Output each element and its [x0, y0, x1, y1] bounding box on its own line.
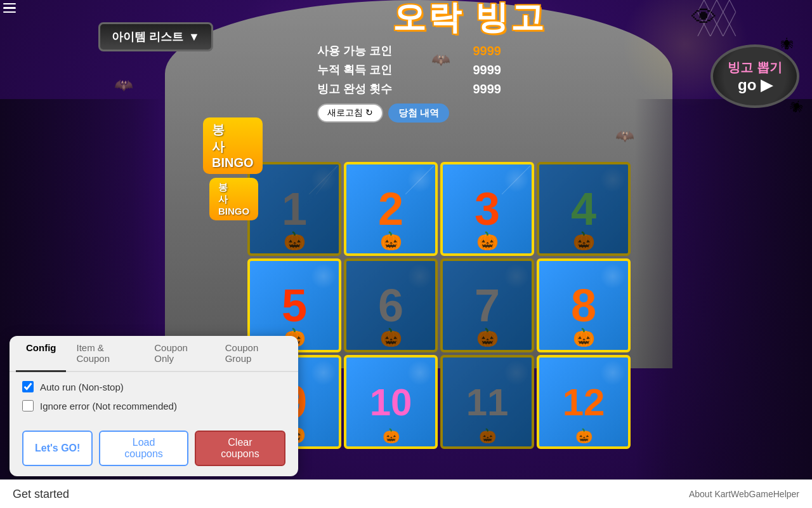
bottom-bar-title: Get started — [13, 488, 69, 501]
tab-coupon-only-label: Coupon Only — [154, 342, 188, 364]
coins-earned-label: 누적 획득 코인 — [317, 62, 392, 77]
spider-icon: 🕷 — [781, 37, 794, 52]
config-buttons: Let's GO! Load coupons Clear coupons — [10, 428, 298, 466]
card-number-8: 8 — [571, 279, 596, 331]
bingo-go-label: go ▶ — [738, 76, 772, 94]
eye-decoration: 👁 — [691, 3, 717, 32]
bingo-draw-label: 빙고 뽑기 — [728, 59, 782, 76]
tab-config[interactable]: Config — [16, 336, 66, 372]
card-number-1: 1 — [282, 183, 307, 235]
history-button[interactable]: 당첨 내역 — [388, 104, 449, 123]
load-coupons-label: Load coupons — [124, 437, 163, 459]
card-number-10: 10 — [370, 380, 412, 424]
config-panel: Config Item & Coupon Coupon Only Coupon … — [10, 336, 298, 476]
coins-earned-value: 9999 — [473, 63, 502, 77]
bingo-card-10[interactable]: 10 🎃 — [344, 355, 438, 449]
auto-run-label: Auto run (Non-stop) — [40, 382, 124, 392]
bingo-card-2[interactable]: 2 🎃 — [344, 162, 438, 256]
card-number-3: 3 — [475, 183, 500, 235]
bingo-card-1[interactable]: 1 🎃 — [247, 162, 341, 256]
info-row-coins-usable: 사용 가능 코인 9999 — [311, 41, 508, 60]
card-number-2: 2 — [378, 183, 403, 235]
card-number-12: 12 — [563, 380, 605, 424]
bingo-badge-1: 봉사BINGO — [203, 117, 263, 174]
bingo-card-8[interactable]: 8 🎃 — [537, 258, 631, 352]
coins-usable-value: 9999 — [473, 44, 502, 58]
bat-decoration-3: 🦇 — [615, 127, 634, 145]
bingo-card-12[interactable]: 12 🎃 — [537, 355, 631, 449]
bingo-count-value: 9999 — [473, 82, 502, 97]
web-corner-icon-3 — [502, 166, 530, 194]
tab-item-coupon[interactable]: Item & Coupon — [66, 336, 144, 372]
about-link[interactable]: About KartWebGameHelper — [689, 489, 799, 499]
tab-config-label: Config — [26, 342, 56, 353]
nav-line-1 — [3, 3, 16, 4]
card-number-4: 4 — [571, 183, 596, 235]
bingo-draw-area: 빙고 뽑기 go ▶ 🕷 🕷 — [710, 44, 799, 108]
card-number-6: 6 — [378, 279, 403, 331]
auto-run-checkbox[interactable] — [22, 381, 34, 392]
ignore-error-row: Ignore error (Not recommended) — [22, 400, 285, 411]
load-coupons-button[interactable]: Load coupons — [99, 431, 188, 466]
lets-go-button[interactable]: Let's GO! — [22, 431, 93, 466]
info-row-bingo-count: 빙고 완성 횟수 9999 — [311, 79, 508, 98]
title-area: 오락 빙고 👁 — [222, 0, 717, 35]
web-corner-icon-2 — [405, 166, 434, 194]
clear-coupons-label: Clear coupons — [221, 437, 259, 459]
tab-coupon-group[interactable]: Coupon Group — [215, 336, 292, 372]
bingo-badge-2: 봉사BINGO — [209, 178, 258, 220]
bingo-card-11[interactable]: 11 🎃 — [440, 355, 534, 449]
info-panel: 사용 가능 코인 9999 누적 획득 코인 9999 빙고 완성 횟수 999… — [311, 35, 508, 134]
ignore-error-label: Ignore error (Not recommended) — [40, 401, 177, 411]
card-pumpkin-10: 🎃 — [383, 428, 400, 444]
nav-menu-button[interactable] — [0, 0, 16, 16]
auto-run-row: Auto run (Non-stop) — [22, 381, 285, 392]
card-pumpkin-11: 🎃 — [479, 428, 496, 444]
right-tree-shadow — [634, 99, 812, 480]
bottom-bar: Get started About KartWebGameHelper — [0, 479, 812, 508]
card-number-7: 7 — [475, 279, 500, 331]
nav-line-3 — [3, 11, 16, 13]
refresh-button[interactable]: 새로고침 ↻ — [317, 104, 383, 123]
lets-go-label: Let's GO! — [35, 443, 80, 453]
bingo-grid: 1 🎃 2 🎃 3 🎃 4 🎃 5 🎃 6 🎃 7 🎃 8 🎃 9 — [247, 162, 631, 449]
tab-item-coupon-label: Item & Coupon — [76, 342, 110, 364]
coins-usable-label: 사용 가능 코인 — [317, 43, 392, 58]
ignore-error-checkbox[interactable] — [22, 400, 34, 411]
item-list-label: 아이템 리스트 — [112, 29, 183, 44]
card-number-5: 5 — [282, 279, 307, 331]
item-list-button[interactable]: 아이템 리스트 ▼ — [98, 22, 213, 51]
bingo-card-4[interactable]: 4 🎃 — [537, 162, 631, 256]
bingo-card-3[interactable]: 3 🎃 — [440, 162, 534, 256]
config-tabs: Config Item & Coupon Coupon Only Coupon … — [10, 336, 298, 372]
card-pumpkin-12: 🎃 — [575, 428, 593, 444]
clear-coupons-button[interactable]: Clear coupons — [195, 431, 285, 466]
info-buttons-row: 새로고침 ↻ 당첨 내역 — [311, 98, 508, 128]
tab-coupon-group-label: Coupon Group — [225, 342, 259, 364]
bingo-count-label: 빙고 완성 횟수 — [317, 81, 392, 97]
bingo-draw-button[interactable]: 빙고 뽑기 go ▶ 🕷 🕷 — [710, 44, 799, 108]
info-row-coins-earned: 누적 획득 코인 9999 — [311, 60, 508, 79]
config-body: Auto run (Non-stop) Ignore error (Not re… — [10, 372, 298, 428]
refresh-label: 새로고침 ↻ — [327, 107, 373, 119]
item-list-arrow-icon: ▼ — [188, 30, 200, 44]
web-corner-icon — [309, 166, 337, 194]
bat-decoration-1: 🦇 — [114, 76, 133, 94]
bingo-card-7[interactable]: 7 🎃 — [440, 258, 534, 352]
nav-line-2 — [3, 7, 16, 8]
tab-coupon-only[interactable]: Coupon Only — [144, 336, 214, 372]
page-title: 오락 빙고 — [393, 0, 546, 40]
history-label: 당첨 내역 — [398, 107, 439, 118]
bingo-card-6[interactable]: 6 🎃 — [344, 258, 438, 352]
card-number-11: 11 — [466, 380, 509, 424]
